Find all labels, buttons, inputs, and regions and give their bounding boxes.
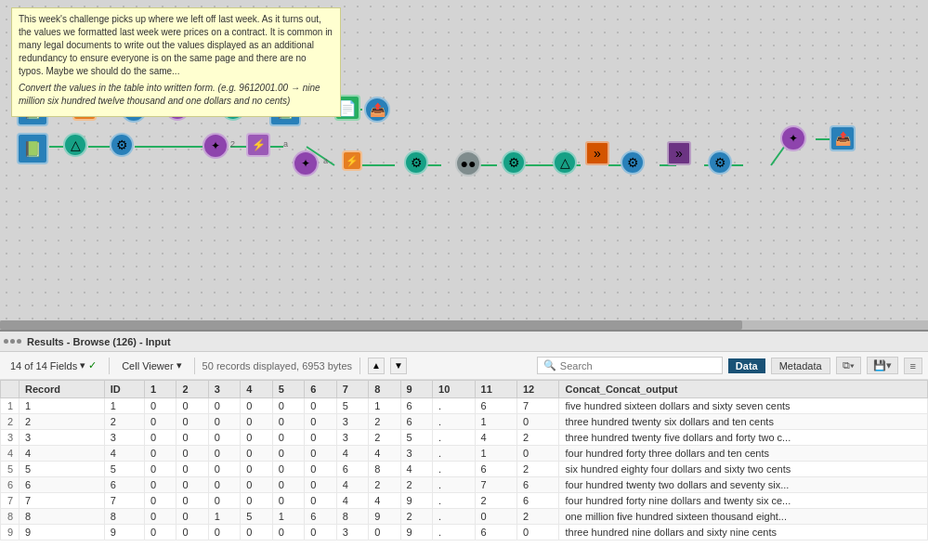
- col-header-4[interactable]: 4: [241, 381, 272, 398]
- col-header-1[interactable]: 1: [144, 381, 176, 398]
- search-input[interactable]: [560, 360, 716, 371]
- col-header-8[interactable]: 8: [369, 381, 400, 398]
- cell-r7-c7: 6: [305, 509, 336, 525]
- col-header-concat[interactable]: Concat_Concat_output: [559, 381, 928, 398]
- col-header-id[interactable]: ID: [104, 381, 144, 398]
- node-blue-3[interactable]: ⚙: [110, 133, 134, 157]
- cell-r7-c0: 8: [20, 509, 105, 525]
- node-gray-2[interactable]: ●●: [455, 150, 481, 176]
- cell-r2-c8: 3: [336, 430, 368, 446]
- cell-r7-c8: 8: [336, 509, 368, 525]
- fields-selector[interactable]: 14 of 14 Fields ▾ ✓: [6, 357, 101, 374]
- data-table: Record ID 1 2 3 4 5 6 7 8 9 10 11 12 Con…: [0, 380, 928, 540]
- cell-r8-c12: 6: [475, 525, 516, 540]
- metadata-button[interactable]: Metadata: [771, 358, 830, 374]
- cell-r0-c6: 0: [272, 398, 304, 414]
- node-blue-output[interactable]: 📤: [830, 125, 856, 151]
- cell-r6-c13: 6: [517, 493, 559, 509]
- cell-r7-c1: 8: [104, 509, 144, 525]
- scroll-up-button[interactable]: ▲: [368, 358, 385, 374]
- node-purple-arrow[interactable]: »: [667, 141, 691, 165]
- node-red-arrow[interactable]: »: [585, 141, 609, 165]
- cell-r5-c8: 4: [336, 477, 368, 493]
- cell-r3-c7: 0: [305, 446, 336, 462]
- node-gray-1[interactable]: ⚡: [246, 133, 270, 157]
- node-purple-2[interactable]: ✦: [203, 133, 229, 159]
- cell-viewer-selector[interactable]: Cell Viewer ▾: [117, 357, 186, 374]
- cell-r3-c13: 0: [517, 446, 559, 462]
- node-blue-2[interactable]: 📤: [364, 97, 390, 123]
- cell-r5-c3: 0: [176, 477, 208, 493]
- cell-r7-c14: one million five hundred sixteen thousan…: [559, 509, 928, 525]
- node-teal-2[interactable]: △: [63, 133, 87, 157]
- cell-r3-c2: 0: [144, 446, 176, 462]
- search-icon: 🔍: [543, 359, 556, 371]
- col-header-record[interactable]: Record: [20, 381, 105, 398]
- cell-r1-c1: 2: [104, 414, 144, 430]
- cell-rownum: 9: [1, 525, 20, 540]
- results-tab-label[interactable]: Results - Browse (126) - Input: [27, 336, 171, 347]
- scroll-down-button[interactable]: ▼: [390, 358, 407, 374]
- data-button[interactable]: Data: [728, 358, 765, 373]
- node-label-1: 2: [230, 139, 235, 149]
- cell-r5-c7: 0: [305, 477, 336, 493]
- cell-rownum: 3: [1, 430, 20, 446]
- cell-r7-c9: 9: [369, 509, 400, 525]
- input-node-2[interactable]: 📗: [17, 133, 48, 164]
- tab-dot-3: [17, 339, 21, 344]
- cell-r2-c14: three hundred twenty five dollars and fo…: [559, 430, 928, 446]
- separator-3: [359, 358, 360, 374]
- cell-r1-c0: 2: [20, 414, 105, 430]
- canvas-scrollbar[interactable]: [0, 320, 928, 330]
- fields-check-icon: ✓: [88, 359, 97, 371]
- node-purple-cluster-2[interactable]: ✦: [780, 125, 806, 151]
- cell-r2-c9: 2: [369, 430, 400, 446]
- cell-r1-c2: 0: [144, 414, 176, 430]
- cell-r4-c12: 6: [475, 462, 516, 477]
- cell-r8-c6: 0: [272, 525, 304, 540]
- cell-rownum: 6: [1, 477, 20, 493]
- search-box[interactable]: 🔍: [537, 357, 723, 374]
- cell-r7-c11: .: [433, 509, 475, 525]
- col-header-9[interactable]: 9: [400, 381, 432, 398]
- node-teal-4[interactable]: ⚙: [502, 150, 526, 175]
- tab-row: Results - Browse (126) - Input: [0, 332, 928, 352]
- node-teal-3[interactable]: ⚙: [404, 150, 428, 175]
- table-row: 333000000325.42three hundred twenty five…: [1, 430, 928, 446]
- col-header-12[interactable]: 12: [517, 381, 559, 398]
- cell-r5-c9: 2: [369, 477, 400, 493]
- cell-r8-c3: 0: [176, 525, 208, 540]
- col-header-5[interactable]: 5: [272, 381, 304, 398]
- node-blue-4[interactable]: ⚙: [621, 150, 645, 175]
- cell-r7-c2: 0: [144, 509, 176, 525]
- cell-r4-c10: 4: [400, 462, 432, 477]
- col-header-3[interactable]: 3: [208, 381, 240, 398]
- tab-dot-1: [4, 339, 8, 344]
- cell-rownum: 5: [1, 462, 20, 477]
- node-orange-2[interactable]: ⚡: [342, 150, 362, 171]
- col-header-6[interactable]: 6: [305, 381, 336, 398]
- node-teal-triangle-2[interactable]: △: [553, 150, 577, 175]
- col-header-2[interactable]: 2: [176, 381, 208, 398]
- cell-r4-c11: .: [433, 462, 475, 477]
- node-blue-5[interactable]: ⚙: [708, 150, 732, 175]
- table-row: 777000000449.26four hundred forty nine d…: [1, 493, 928, 509]
- cell-r0-c14: five hundred sixteen dollars and sixty s…: [559, 398, 928, 414]
- col-header-7[interactable]: 7: [336, 381, 368, 398]
- canvas-scrollbar-thumb[interactable]: [0, 320, 742, 330]
- cell-r8-c11: .: [433, 525, 475, 540]
- node-purple-3[interactable]: ✦: [293, 150, 319, 176]
- cell-r1-c9: 2: [369, 414, 400, 430]
- col-header-10[interactable]: 10: [433, 381, 475, 398]
- node-label-2: a: [283, 139, 288, 149]
- cell-r2-c6: 0: [272, 430, 304, 446]
- fields-label: 14 of 14 Fields: [10, 360, 77, 371]
- cell-r5-c14: four hundred twenty two dollars and seve…: [559, 477, 928, 493]
- cell-r4-c8: 6: [336, 462, 368, 477]
- export-button[interactable]: 💾▾: [867, 357, 898, 374]
- cell-r8-c7: 0: [305, 525, 336, 540]
- copy-button[interactable]: ⧉▾: [836, 357, 861, 374]
- col-header-11[interactable]: 11: [475, 381, 516, 398]
- cell-r7-c3: 0: [176, 509, 208, 525]
- settings-button[interactable]: ≡: [904, 358, 922, 374]
